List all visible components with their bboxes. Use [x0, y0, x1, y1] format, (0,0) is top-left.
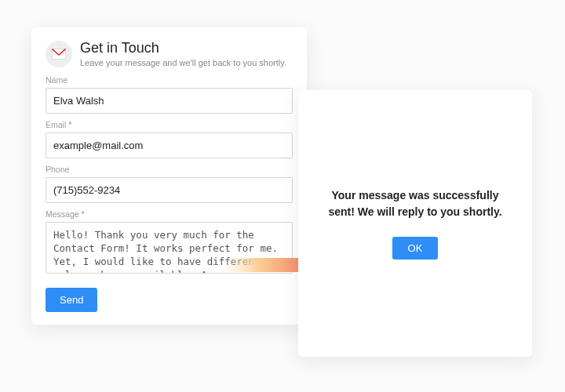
send-button[interactable]: Send [46, 288, 97, 312]
form-subtitle: Leave your message and we'll get back to… [80, 58, 286, 67]
message-label: Message * [46, 209, 293, 219]
email-field[interactable] [46, 132, 293, 158]
contact-form-card: Get in Touch Leave your message and we'l… [31, 27, 307, 325]
form-title: Get in Touch [80, 40, 286, 56]
message-field[interactable]: Hello! Thank you very much for the Conta… [46, 222, 293, 274]
name-label: Name [46, 75, 293, 85]
name-field[interactable] [46, 88, 293, 114]
mail-icon [46, 41, 72, 67]
phone-field[interactable] [46, 177, 293, 203]
success-card: Your message was successfully sent! We w… [298, 90, 532, 357]
form-heading-block: Get in Touch Leave your message and we'l… [80, 40, 286, 67]
phone-label: Phone [46, 165, 293, 174]
success-message: Your message was successfully sent! We w… [319, 187, 512, 220]
form-header: Get in Touch Leave your message and we'l… [46, 40, 293, 67]
email-label: Email * [46, 120, 293, 129]
ok-button[interactable]: OK [392, 237, 439, 260]
